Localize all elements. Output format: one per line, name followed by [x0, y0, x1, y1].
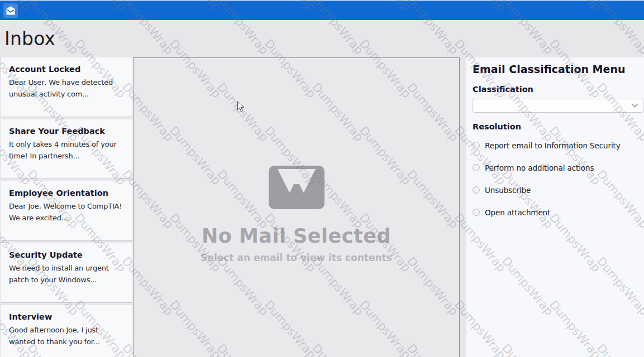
email-preview: Dear Joe, Welcome to CompTIA! We are exc…	[9, 200, 125, 224]
resolution-option-label: Unsubscribe	[485, 186, 531, 195]
radio-button-icon[interactable]	[473, 209, 480, 216]
resolution-option[interactable]: Perform no additional actions	[473, 160, 637, 175]
inbox-email-list: Account Locked Dear User, We have detect…	[1, 57, 132, 357]
classification-label: Classification	[473, 85, 637, 94]
chevron-down-icon	[631, 103, 638, 108]
resolution-option[interactable]: Open attachment	[473, 205, 637, 220]
open-envelope-icon	[5, 5, 16, 16]
email-subject: Account Locked	[9, 65, 125, 74]
email-list-item[interactable]: Share Your Feedback It only takes 4 minu…	[1, 119, 132, 179]
page-title: Inbox	[4, 28, 55, 50]
email-preview: It only takes 4 minutes of your time! In…	[9, 138, 125, 162]
radio-button-icon[interactable]	[473, 186, 480, 194]
resolution-option[interactable]: Report email to Information Security	[473, 138, 637, 153]
classification-dropdown[interactable]	[473, 99, 643, 113]
email-preview: Dear User, We have detected unusual acti…	[9, 76, 125, 100]
email-list-item[interactable]: Employee Orientation Dear Joe, Welcome t…	[1, 181, 132, 241]
resolution-option-label: Report email to Information Security	[485, 141, 621, 150]
empty-state-title: No Mail Selected	[133, 225, 459, 247]
radio-button-icon[interactable]	[473, 164, 480, 171]
reading-pane: No Mail Selected Select an email to view…	[133, 57, 460, 357]
email-subject: Interview	[9, 312, 125, 321]
email-subject: Employee Orientation	[9, 189, 125, 197]
email-list-item[interactable]: Account Locked Dear User, We have detect…	[1, 57, 132, 117]
app-top-bar	[0, 0, 644, 20]
email-classification-panel: Email Classification Menu Classification…	[466, 57, 644, 357]
email-list-item[interactable]: Interview Good afternoon Joe, I just wan…	[1, 305, 132, 357]
inbox-tray-icon	[269, 166, 325, 209]
email-list-item[interactable]: Security Update We need to install an ur…	[1, 243, 132, 303]
empty-state-subtitle: Select an email to view its contents	[133, 252, 459, 263]
resolution-option-label: Perform no additional actions	[485, 163, 594, 172]
email-preview: Good afternoon Joe, I just wanted to tha…	[9, 324, 125, 348]
email-preview: We need to install an urgent patch to yo…	[9, 262, 125, 286]
resolution-option-label: Open attachment	[485, 208, 550, 217]
no-mail-empty-state: No Mail Selected Select an email to view…	[133, 166, 459, 263]
email-subject: Share Your Feedback	[9, 127, 125, 136]
radio-button-icon[interactable]	[473, 142, 480, 149]
mail-app-logo	[3, 3, 18, 18]
resolution-radio-group: Report email to Information Security Per…	[473, 138, 637, 220]
resolution-label: Resolution	[473, 122, 637, 131]
email-subject: Security Update	[9, 250, 125, 259]
classification-panel-title: Email Classification Menu	[473, 63, 637, 75]
resolution-option[interactable]: Unsubscribe	[473, 182, 637, 197]
